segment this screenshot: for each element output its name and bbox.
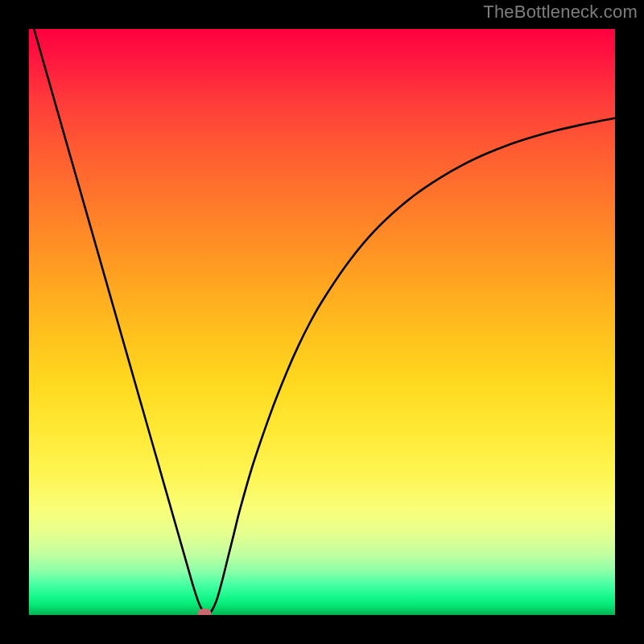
chart-frame: TheBottleneck.com [0, 0, 644, 644]
plot-area [29, 29, 615, 615]
optimal-point-marker [198, 609, 212, 615]
bottleneck-curve [29, 29, 615, 615]
watermark-text: TheBottleneck.com [483, 2, 638, 23]
